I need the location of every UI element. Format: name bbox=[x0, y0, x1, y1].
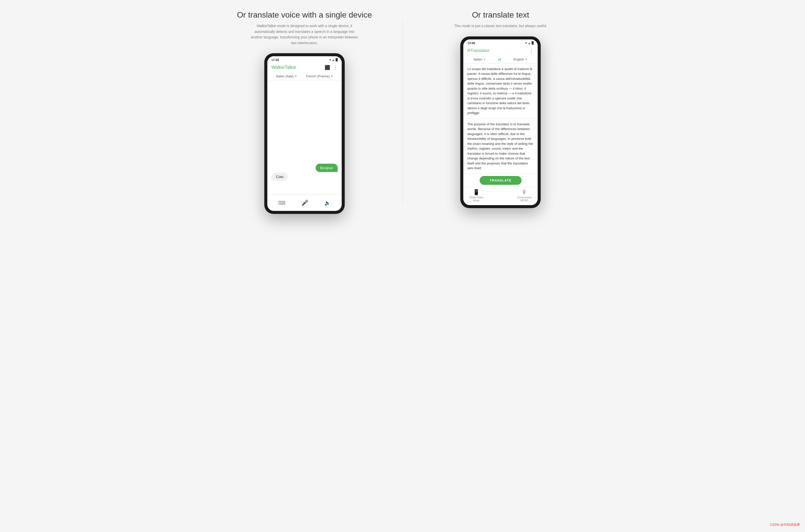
source-text-content: Lo scopo del traduttore è quello di trad… bbox=[467, 67, 532, 115]
left-lang-from-label: Italian (Italy) bbox=[276, 74, 294, 78]
left-status-bar: 17:06 ▾ ▲ ▉ bbox=[267, 56, 342, 63]
left-lang-to-label: French (France) bbox=[306, 74, 330, 78]
translate-button-container: TRANSLATE bbox=[463, 174, 538, 187]
right-status-icons: ▾ ▲ ▉ bbox=[525, 41, 534, 45]
left-title: Or translate voice with a single device bbox=[237, 10, 372, 20]
left-lang-from-arrow: ▼ bbox=[295, 75, 297, 78]
source-text-area[interactable]: Lo scopo del traduttore è quello di trad… bbox=[463, 63, 538, 119]
right-lang-from-label: Italian bbox=[474, 57, 482, 61]
translate-button[interactable]: TRANSLATE bbox=[480, 176, 522, 185]
right-status-time: 13:06 bbox=[467, 41, 475, 45]
right-status-bar: 13:06 ▾ ▲ ▉ bbox=[463, 39, 538, 46]
left-app-bar-icons: ⬛ ⋮ bbox=[325, 65, 338, 70]
speaker-icon[interactable]: 🔈 bbox=[324, 200, 331, 206]
watermark-handle: @代码讲故事 bbox=[780, 523, 800, 527]
walkie-talkie-icon: 📱 bbox=[473, 189, 480, 195]
right-section: Or translate text This mode is just a cl… bbox=[423, 10, 579, 208]
left-app-title: WalkieTalkie bbox=[271, 65, 296, 70]
right-phone-inner: 13:06 ▾ ▲ ▉ RTranslator ⋮ Italian bbox=[463, 39, 538, 205]
left-section: Or translate voice with a single device … bbox=[226, 10, 382, 214]
left-phone-frame: 17:06 ▾ ▲ ▉ WalkieTalkie ⬛ ⋮ bbox=[264, 53, 345, 214]
right-battery-icon: ▉ bbox=[532, 41, 534, 45]
mic-button[interactable]: 🎤 bbox=[299, 197, 311, 208]
watermark: CSDN @代码讲故事 bbox=[770, 522, 800, 527]
left-phone-inner: 17:06 ▾ ▲ ▉ WalkieTalkie ⬛ ⋮ bbox=[267, 56, 342, 211]
right-lang-to-label: English bbox=[513, 57, 524, 61]
signal-icon: ▲ bbox=[332, 58, 335, 61]
nav-walkie-label: WalkieTalkieMode bbox=[469, 196, 483, 202]
right-app-title: RTranslator bbox=[467, 48, 490, 53]
battery-icon: ▉ bbox=[336, 58, 338, 61]
right-app-bar: RTranslator ⋮ bbox=[463, 46, 538, 56]
right-lang-from-arrow: ▼ bbox=[483, 58, 486, 61]
walkie-chat-content: Bonjour Ciao bbox=[267, 80, 342, 194]
left-status-icons: ▾ ▲ ▉ bbox=[329, 58, 338, 61]
left-app-bar: WalkieTalkie ⬛ ⋮ bbox=[267, 63, 342, 72]
left-lang-from-select[interactable]: Italian (Italy) ▼ bbox=[276, 74, 297, 78]
share-icon[interactable]: ⬛ bbox=[325, 65, 330, 70]
left-lang-to-arrow: ▼ bbox=[331, 75, 333, 78]
swap-languages-icon[interactable]: ⇄ bbox=[498, 57, 501, 62]
translation-text-area[interactable]: The purpose of the translator is to tran… bbox=[463, 119, 538, 174]
nav-conversation-label: ConversationMODE bbox=[517, 196, 532, 202]
left-lang-row: Italian (Italy) ▼ French (France) ▼ bbox=[267, 72, 342, 80]
watermark-brand: CSDN bbox=[770, 523, 780, 527]
walkie-bottom-bar: ⌨ 🎤 🔈 bbox=[267, 194, 342, 211]
nav-walkie-talkie[interactable]: 📱 WalkieTalkieMode bbox=[469, 189, 483, 202]
bubble-bonjour: Bonjour bbox=[315, 164, 338, 172]
wifi-icon: ▾ bbox=[329, 58, 331, 61]
right-lang-from-select[interactable]: Italian ▼ bbox=[474, 57, 486, 61]
right-phone-frame: 13:06 ▾ ▲ ▉ RTranslator ⋮ Italian bbox=[460, 36, 541, 208]
right-lang-row: Italian ▼ ⇄ English ▼ bbox=[463, 56, 538, 63]
right-title: Or translate text bbox=[472, 10, 529, 20]
conversation-mode-icon: 🎙 bbox=[522, 189, 527, 195]
right-signal-icon: ▲ bbox=[528, 42, 531, 45]
bubble-ciao: Ciao bbox=[271, 172, 288, 181]
left-status-time: 17:06 bbox=[271, 58, 279, 62]
more-icon[interactable]: ⋮ bbox=[333, 65, 338, 70]
translation-text-content: The purpose of the translator is to tran… bbox=[467, 122, 533, 170]
right-description: This mode is just a classic text transla… bbox=[454, 23, 547, 28]
rt-bottom-nav: 📱 WalkieTalkieMode 🎙 ConversationMODE bbox=[463, 187, 538, 205]
right-lang-to-select[interactable]: English ▼ bbox=[513, 57, 528, 61]
left-lang-to-select[interactable]: French (France) ▼ bbox=[306, 74, 333, 78]
right-more-icon[interactable]: ⋮ bbox=[529, 48, 534, 54]
right-wifi-icon: ▾ bbox=[525, 41, 527, 45]
nav-conversation-mode[interactable]: 🎙 ConversationMODE bbox=[517, 189, 532, 202]
left-description: WalkieTalkie mode is designed to work wi… bbox=[249, 23, 360, 46]
keyboard-icon[interactable]: ⌨ bbox=[278, 200, 286, 206]
right-lang-to-arrow: ▼ bbox=[525, 58, 528, 61]
